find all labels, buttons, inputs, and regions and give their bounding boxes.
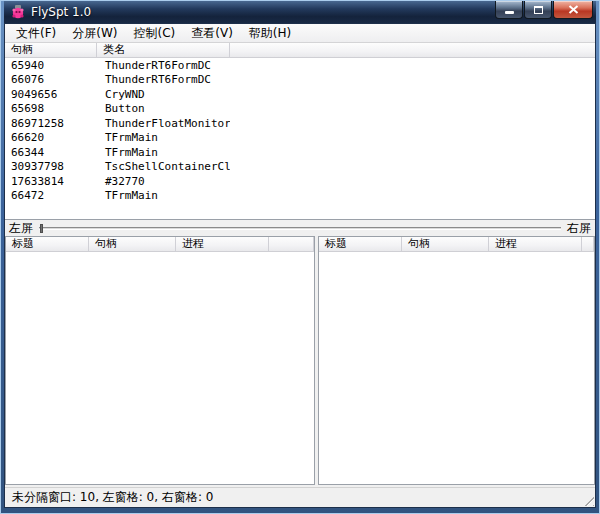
row-handle: 65698 — [5, 102, 97, 115]
window-content: 文件(F) 分屏(W) 控制(C) 查看(V) 帮助(H) 句柄 类名 6594… — [4, 23, 596, 508]
row-class: TFrmMain — [97, 146, 230, 159]
row-handle: 30937798 — [5, 160, 97, 173]
window-title: FlySpt 1.0 — [31, 5, 91, 19]
table-row[interactable]: 65698 Button — [5, 102, 595, 117]
row-class: CryWND — [97, 88, 230, 101]
row-handle: 86971258 — [5, 117, 97, 130]
row-class: #32770 — [97, 175, 230, 188]
row-handle: 17633814 — [5, 175, 97, 188]
window-controls — [494, 1, 593, 19]
row-handle: 66344 — [5, 146, 97, 159]
menu-bar: 文件(F) 分屏(W) 控制(C) 查看(V) 帮助(H) — [5, 24, 595, 43]
left-screen-label: 左屏 — [9, 221, 33, 236]
right-screen-label: 右屏 — [567, 221, 591, 236]
table-row[interactable]: 17633814 #32770 — [5, 174, 595, 189]
maximize-icon — [534, 6, 543, 14]
split-ratio-slider[interactable] — [39, 227, 561, 230]
column-header-handle[interactable]: 句柄 — [402, 237, 489, 252]
row-handle: 66620 — [5, 131, 97, 144]
menu-item-split[interactable]: 分屏(W) — [64, 24, 125, 43]
minimize-button[interactable] — [495, 1, 523, 19]
row-class: ThunderFloatMonitor — [97, 117, 230, 130]
title-bar[interactable]: FlySpt 1.0 — [4, 1, 596, 23]
table-row[interactable]: 66620 TFrmMain — [5, 131, 595, 146]
table-row[interactable]: 30937798 TscShellContainerClass — [5, 160, 595, 175]
split-panels: 标题 句柄 进程 标题 句柄 进程 — [5, 236, 595, 487]
table-row[interactable]: 66344 TFrmMain — [5, 145, 595, 160]
column-header-process[interactable]: 进程 — [176, 237, 269, 252]
menu-item-control[interactable]: 控制(C) — [126, 24, 184, 43]
left-pane-header: 标题 句柄 进程 — [6, 237, 314, 252]
minimize-icon — [505, 11, 514, 14]
status-bar: 未分隔窗口: 10, 左窗格: 0, 右窗格: 0 — [5, 487, 595, 507]
menu-item-view[interactable]: 查看(V) — [183, 24, 241, 43]
column-header-process[interactable]: 进程 — [489, 237, 582, 252]
row-class: TscShellContainerClass — [97, 160, 230, 173]
table-row[interactable]: 9049656 CryWND — [5, 87, 595, 102]
window-handle-list[interactable]: 句柄 类名 65940 ThunderRT6FormDC 66076 Thund… — [5, 43, 595, 220]
status-text: 未分隔窗口: 10, 左窗格: 0, 右窗格: 0 — [12, 489, 213, 506]
menu-item-file[interactable]: 文件(F) — [8, 24, 64, 43]
resize-grip[interactable] — [581, 493, 594, 506]
table-row[interactable]: 65940 ThunderRT6FormDC — [5, 58, 595, 73]
right-pane-body[interactable] — [319, 252, 594, 484]
table-row[interactable]: 66472 TFrmMain — [5, 189, 595, 204]
column-header-handle[interactable]: 句柄 — [89, 237, 176, 252]
column-header-filler — [230, 43, 595, 58]
row-class: ThunderRT6FormDC — [97, 59, 230, 72]
split-slider-band: 左屏 右屏 — [5, 220, 595, 236]
column-header-class[interactable]: 类名 — [97, 43, 230, 58]
left-pane-list[interactable]: 标题 句柄 进程 — [5, 236, 315, 485]
menu-item-help[interactable]: 帮助(H) — [241, 24, 299, 43]
column-header-title[interactable]: 标题 — [6, 237, 89, 252]
row-class: TFrmMain — [97, 131, 230, 144]
row-class: TFrmMain — [97, 189, 230, 202]
row-class: Button — [97, 102, 230, 115]
row-class: ThunderRT6FormDC — [97, 73, 230, 86]
column-header-filler — [269, 237, 314, 252]
app-icon — [10, 4, 26, 20]
list-header: 句柄 类名 — [5, 43, 595, 58]
column-header-filler — [582, 237, 594, 252]
row-handle: 66472 — [5, 189, 97, 202]
row-handle: 9049656 — [5, 88, 97, 101]
maximize-button[interactable] — [524, 1, 552, 19]
left-pane-body[interactable] — [6, 252, 314, 484]
row-handle: 65940 — [5, 59, 97, 72]
row-handle: 66076 — [5, 73, 97, 86]
right-pane-list[interactable]: 标题 句柄 进程 — [318, 236, 595, 485]
column-header-handle[interactable]: 句柄 — [5, 43, 97, 58]
right-pane-header: 标题 句柄 进程 — [319, 237, 594, 252]
close-button[interactable] — [553, 1, 593, 19]
slider-thumb[interactable] — [40, 224, 43, 233]
column-header-title[interactable]: 标题 — [319, 237, 402, 252]
table-row[interactable]: 66076 ThunderRT6FormDC — [5, 73, 595, 88]
app-window: FlySpt 1.0 文件(F) 分屏(W) 控制(C) 查看(V) 帮助(H)… — [0, 0, 600, 514]
close-icon — [568, 5, 579, 14]
table-row[interactable]: 86971258 ThunderFloatMonitor — [5, 116, 595, 131]
